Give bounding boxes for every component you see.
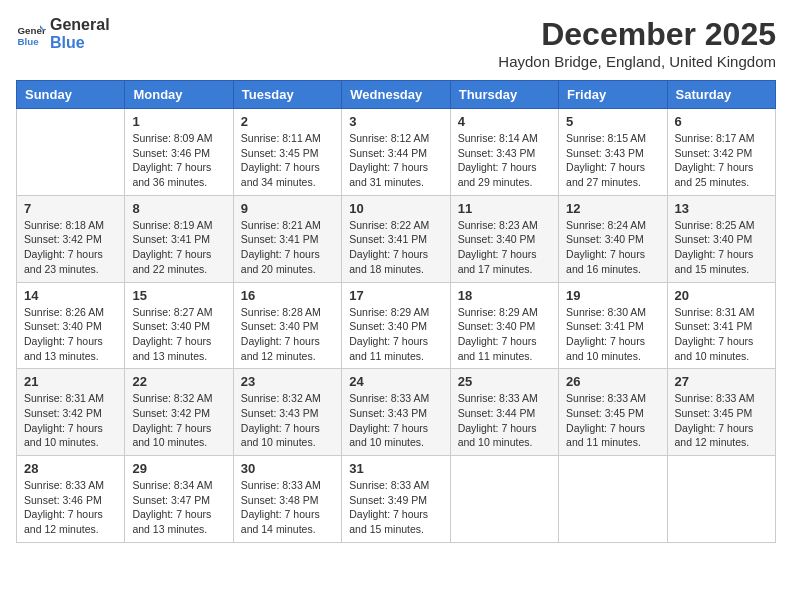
- day-info: Sunrise: 8:31 AM Sunset: 3:41 PM Dayligh…: [675, 305, 768, 364]
- calendar-cell: [667, 456, 775, 543]
- day-info: Sunrise: 8:32 AM Sunset: 3:43 PM Dayligh…: [241, 391, 334, 450]
- day-info: Sunrise: 8:29 AM Sunset: 3:40 PM Dayligh…: [349, 305, 442, 364]
- day-number: 26: [566, 374, 659, 389]
- calendar-cell: 30Sunrise: 8:33 AM Sunset: 3:48 PM Dayli…: [233, 456, 341, 543]
- day-info: Sunrise: 8:11 AM Sunset: 3:45 PM Dayligh…: [241, 131, 334, 190]
- column-header-thursday: Thursday: [450, 81, 558, 109]
- day-number: 9: [241, 201, 334, 216]
- calendar-cell: 20Sunrise: 8:31 AM Sunset: 3:41 PM Dayli…: [667, 282, 775, 369]
- day-info: Sunrise: 8:26 AM Sunset: 3:40 PM Dayligh…: [24, 305, 117, 364]
- calendar-cell: 6Sunrise: 8:17 AM Sunset: 3:42 PM Daylig…: [667, 109, 775, 196]
- calendar-cell: 2Sunrise: 8:11 AM Sunset: 3:45 PM Daylig…: [233, 109, 341, 196]
- day-info: Sunrise: 8:33 AM Sunset: 3:45 PM Dayligh…: [675, 391, 768, 450]
- day-number: 11: [458, 201, 551, 216]
- day-number: 27: [675, 374, 768, 389]
- day-info: Sunrise: 8:33 AM Sunset: 3:49 PM Dayligh…: [349, 478, 442, 537]
- day-info: Sunrise: 8:33 AM Sunset: 3:43 PM Dayligh…: [349, 391, 442, 450]
- calendar-cell: 31Sunrise: 8:33 AM Sunset: 3:49 PM Dayli…: [342, 456, 450, 543]
- calendar-cell: 21Sunrise: 8:31 AM Sunset: 3:42 PM Dayli…: [17, 369, 125, 456]
- day-number: 3: [349, 114, 442, 129]
- day-number: 23: [241, 374, 334, 389]
- calendar-cell: 9Sunrise: 8:21 AM Sunset: 3:41 PM Daylig…: [233, 195, 341, 282]
- day-number: 22: [132, 374, 225, 389]
- calendar-cell: 25Sunrise: 8:33 AM Sunset: 3:44 PM Dayli…: [450, 369, 558, 456]
- calendar-cell: 27Sunrise: 8:33 AM Sunset: 3:45 PM Dayli…: [667, 369, 775, 456]
- day-number: 16: [241, 288, 334, 303]
- calendar-week-5: 28Sunrise: 8:33 AM Sunset: 3:46 PM Dayli…: [17, 456, 776, 543]
- day-info: Sunrise: 8:19 AM Sunset: 3:41 PM Dayligh…: [132, 218, 225, 277]
- day-info: Sunrise: 8:30 AM Sunset: 3:41 PM Dayligh…: [566, 305, 659, 364]
- day-info: Sunrise: 8:31 AM Sunset: 3:42 PM Dayligh…: [24, 391, 117, 450]
- day-number: 1: [132, 114, 225, 129]
- calendar-header-row: SundayMondayTuesdayWednesdayThursdayFrid…: [17, 81, 776, 109]
- day-info: Sunrise: 8:22 AM Sunset: 3:41 PM Dayligh…: [349, 218, 442, 277]
- calendar-cell: 1Sunrise: 8:09 AM Sunset: 3:46 PM Daylig…: [125, 109, 233, 196]
- svg-text:General: General: [18, 25, 47, 36]
- day-info: Sunrise: 8:15 AM Sunset: 3:43 PM Dayligh…: [566, 131, 659, 190]
- day-number: 10: [349, 201, 442, 216]
- day-info: Sunrise: 8:21 AM Sunset: 3:41 PM Dayligh…: [241, 218, 334, 277]
- svg-text:Blue: Blue: [18, 35, 40, 46]
- day-number: 15: [132, 288, 225, 303]
- day-number: 18: [458, 288, 551, 303]
- day-info: Sunrise: 8:18 AM Sunset: 3:42 PM Dayligh…: [24, 218, 117, 277]
- day-info: Sunrise: 8:27 AM Sunset: 3:40 PM Dayligh…: [132, 305, 225, 364]
- day-number: 25: [458, 374, 551, 389]
- day-info: Sunrise: 8:33 AM Sunset: 3:44 PM Dayligh…: [458, 391, 551, 450]
- calendar-cell: 12Sunrise: 8:24 AM Sunset: 3:40 PM Dayli…: [559, 195, 667, 282]
- calendar-week-3: 14Sunrise: 8:26 AM Sunset: 3:40 PM Dayli…: [17, 282, 776, 369]
- page-header: General Blue General Blue December 2025 …: [16, 16, 776, 70]
- day-number: 24: [349, 374, 442, 389]
- calendar-cell: 3Sunrise: 8:12 AM Sunset: 3:44 PM Daylig…: [342, 109, 450, 196]
- day-info: Sunrise: 8:28 AM Sunset: 3:40 PM Dayligh…: [241, 305, 334, 364]
- calendar-cell: 13Sunrise: 8:25 AM Sunset: 3:40 PM Dayli…: [667, 195, 775, 282]
- day-info: Sunrise: 8:29 AM Sunset: 3:40 PM Dayligh…: [458, 305, 551, 364]
- day-info: Sunrise: 8:25 AM Sunset: 3:40 PM Dayligh…: [675, 218, 768, 277]
- calendar-cell: 11Sunrise: 8:23 AM Sunset: 3:40 PM Dayli…: [450, 195, 558, 282]
- day-info: Sunrise: 8:17 AM Sunset: 3:42 PM Dayligh…: [675, 131, 768, 190]
- day-number: 30: [241, 461, 334, 476]
- title-section: December 2025 Haydon Bridge, England, Un…: [498, 16, 776, 70]
- calendar-table: SundayMondayTuesdayWednesdayThursdayFrid…: [16, 80, 776, 543]
- day-info: Sunrise: 8:09 AM Sunset: 3:46 PM Dayligh…: [132, 131, 225, 190]
- day-number: 28: [24, 461, 117, 476]
- calendar-week-2: 7Sunrise: 8:18 AM Sunset: 3:42 PM Daylig…: [17, 195, 776, 282]
- logo: General Blue General Blue: [16, 16, 110, 51]
- day-number: 2: [241, 114, 334, 129]
- column-header-tuesday: Tuesday: [233, 81, 341, 109]
- calendar-cell: 17Sunrise: 8:29 AM Sunset: 3:40 PM Dayli…: [342, 282, 450, 369]
- day-number: 5: [566, 114, 659, 129]
- day-info: Sunrise: 8:24 AM Sunset: 3:40 PM Dayligh…: [566, 218, 659, 277]
- day-number: 20: [675, 288, 768, 303]
- calendar-cell: [17, 109, 125, 196]
- day-number: 7: [24, 201, 117, 216]
- day-number: 6: [675, 114, 768, 129]
- calendar-cell: [450, 456, 558, 543]
- calendar-cell: 28Sunrise: 8:33 AM Sunset: 3:46 PM Dayli…: [17, 456, 125, 543]
- day-info: Sunrise: 8:12 AM Sunset: 3:44 PM Dayligh…: [349, 131, 442, 190]
- logo-blue-text: Blue: [50, 34, 110, 52]
- calendar-cell: 18Sunrise: 8:29 AM Sunset: 3:40 PM Dayli…: [450, 282, 558, 369]
- day-number: 21: [24, 374, 117, 389]
- calendar-cell: 5Sunrise: 8:15 AM Sunset: 3:43 PM Daylig…: [559, 109, 667, 196]
- calendar-cell: [559, 456, 667, 543]
- calendar-cell: 4Sunrise: 8:14 AM Sunset: 3:43 PM Daylig…: [450, 109, 558, 196]
- calendar-cell: 15Sunrise: 8:27 AM Sunset: 3:40 PM Dayli…: [125, 282, 233, 369]
- calendar-week-1: 1Sunrise: 8:09 AM Sunset: 3:46 PM Daylig…: [17, 109, 776, 196]
- day-number: 13: [675, 201, 768, 216]
- day-number: 4: [458, 114, 551, 129]
- calendar-cell: 10Sunrise: 8:22 AM Sunset: 3:41 PM Dayli…: [342, 195, 450, 282]
- day-info: Sunrise: 8:34 AM Sunset: 3:47 PM Dayligh…: [132, 478, 225, 537]
- day-number: 14: [24, 288, 117, 303]
- calendar-cell: 19Sunrise: 8:30 AM Sunset: 3:41 PM Dayli…: [559, 282, 667, 369]
- month-title: December 2025: [498, 16, 776, 53]
- column-header-sunday: Sunday: [17, 81, 125, 109]
- column-header-monday: Monday: [125, 81, 233, 109]
- logo-general-text: General: [50, 16, 110, 34]
- calendar-cell: 26Sunrise: 8:33 AM Sunset: 3:45 PM Dayli…: [559, 369, 667, 456]
- day-number: 29: [132, 461, 225, 476]
- day-number: 12: [566, 201, 659, 216]
- day-info: Sunrise: 8:14 AM Sunset: 3:43 PM Dayligh…: [458, 131, 551, 190]
- calendar-cell: 29Sunrise: 8:34 AM Sunset: 3:47 PM Dayli…: [125, 456, 233, 543]
- column-header-saturday: Saturday: [667, 81, 775, 109]
